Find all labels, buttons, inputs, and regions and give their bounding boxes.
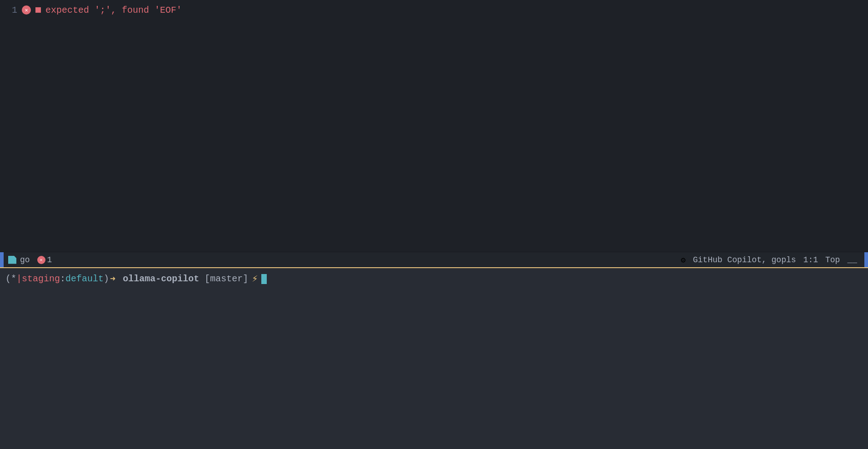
terminal-bracket-left: (* [5, 274, 16, 284]
status-error-count: 1 [47, 255, 52, 264]
terminal-branch: [master] [199, 274, 248, 284]
status-bar: go 1 ⚙ GitHub Copilot, gopls 1:1 Top __ [0, 252, 868, 267]
status-copilot-text: GitHub Copilot, gopls [693, 255, 796, 264]
status-left-accent [0, 252, 4, 268]
terminal-context: staging [22, 274, 60, 284]
status-left: go 1 [0, 252, 52, 268]
error-line: 1 expected ';', found 'EOF' [0, 0, 868, 20]
status-position: 1:1 [803, 255, 818, 264]
status-error-circle [37, 256, 45, 264]
gear-icon: ⚙ [681, 255, 686, 265]
terminal-cursor [261, 274, 267, 284]
status-right: ⚙ GitHub Copilot, gopls 1:1 Top __ [681, 252, 868, 268]
status-underscore: __ [847, 255, 857, 264]
status-top: Top [825, 255, 840, 264]
terminal-bracket-right: ) [104, 274, 109, 284]
terminal-lightning-icon: ⚡ [252, 273, 258, 285]
terminal-namespace: default [65, 274, 104, 284]
error-message: expected ';', found 'EOF' [45, 5, 182, 15]
error-square-icon [35, 7, 41, 13]
status-error-badge: 1 [37, 255, 52, 264]
terminal-project: ollama-copilot [123, 274, 199, 284]
terminal-area[interactable]: (* | staging : default ) ➜ ollama-copilo… [0, 267, 868, 449]
terminal-pipe: | [16, 274, 22, 284]
terminal-colon: : [60, 274, 65, 284]
error-icon [22, 5, 31, 15]
editor-area: 1 expected ';', found 'EOF' [0, 0, 868, 252]
terminal-arrow: ➜ [110, 273, 115, 284]
file-icon [8, 256, 16, 264]
terminal-prompt-line: (* | staging : default ) ➜ ollama-copilo… [0, 268, 868, 289]
line-number: 1 [4, 5, 17, 15]
status-filename: go [20, 255, 30, 264]
terminal-body[interactable] [0, 289, 868, 449]
status-right-accent [864, 252, 868, 268]
